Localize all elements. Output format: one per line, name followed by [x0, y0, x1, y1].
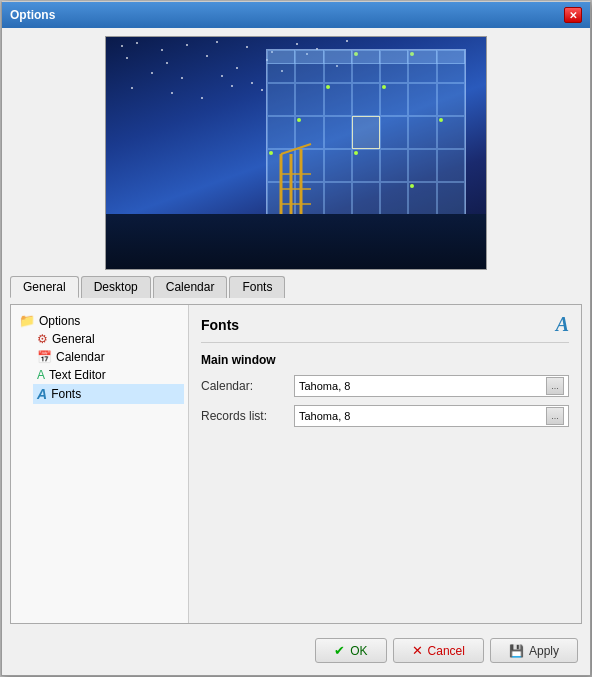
panel-font-icon: A — [556, 313, 569, 336]
records-list-font-value: Tahoma, 8 — [299, 410, 350, 422]
svg-line-1 — [281, 144, 311, 154]
calendar-cell — [380, 116, 408, 149]
apply-label: Apply — [529, 644, 559, 658]
cal-header-cell — [380, 50, 408, 63]
calendar-cell — [380, 149, 408, 182]
calendar-cell — [408, 83, 436, 116]
calendar-cell — [408, 116, 436, 149]
tree-root-options[interactable]: 📁 Options — [15, 311, 184, 330]
calendar-cell — [352, 149, 380, 182]
ok-label: OK — [350, 644, 367, 658]
calendar-cell — [295, 83, 323, 116]
calendar-cell — [437, 182, 465, 215]
ok-check-icon: ✔ — [334, 643, 345, 658]
bottom-bar: ✔ OK ✕ Cancel 💾 Apply — [10, 630, 582, 667]
cancel-label: Cancel — [428, 644, 465, 658]
sidebar-item-general[interactable]: ⚙ General — [33, 330, 184, 348]
calendar-font-row: Calendar: Tahoma, 8 ... — [201, 375, 569, 397]
calendar-cell — [380, 83, 408, 116]
sidebar-item-text-editor-label: Text Editor — [49, 368, 106, 382]
calendar-cell — [352, 83, 380, 116]
calendar-icon: 📅 — [37, 350, 52, 364]
sidebar-item-text-editor[interactable]: A Text Editor — [33, 366, 184, 384]
sidebar-item-calendar-label: Calendar — [56, 350, 105, 364]
options-window: Options ✕ — [1, 1, 591, 676]
text-editor-icon: A — [37, 368, 45, 382]
calendar-cell — [437, 83, 465, 116]
calendar-header — [267, 50, 465, 64]
calendar-cell — [324, 116, 352, 149]
cal-header-cell — [324, 50, 352, 63]
calendar-cell — [380, 182, 408, 215]
cal-header-cell — [352, 50, 380, 63]
sidebar-item-fonts[interactable]: A Fonts — [33, 384, 184, 404]
calendar-cell — [324, 182, 352, 215]
main-panel: Fonts A Main window Calendar: Tahoma, 8 … — [189, 305, 581, 623]
records-list-font-browse-button[interactable]: ... — [546, 407, 564, 425]
cal-header-cell — [267, 50, 295, 63]
font-icon: A — [37, 386, 47, 402]
panel-title: Fonts — [201, 317, 239, 333]
calendar-cell — [352, 116, 380, 149]
records-list-font-label: Records list: — [201, 409, 286, 423]
records-list-font-input: Tahoma, 8 ... — [294, 405, 569, 427]
content-area: 📁 Options ⚙ General 📅 Calendar A Text Ed… — [10, 304, 582, 624]
water-decoration — [106, 214, 486, 269]
calendar-font-browse-button[interactable]: ... — [546, 377, 564, 395]
calendar-cell — [352, 182, 380, 215]
gear-icon: ⚙ — [37, 332, 48, 346]
title-bar: Options ✕ — [2, 2, 590, 28]
window-title: Options — [10, 8, 55, 22]
browse-dots: ... — [551, 381, 559, 391]
calendar-cell — [408, 182, 436, 215]
calendar-cell — [324, 149, 352, 182]
cal-header-cell — [408, 50, 436, 63]
calendar-font-label: Calendar: — [201, 379, 286, 393]
cancel-x-icon: ✕ — [412, 643, 423, 658]
calendar-cell — [324, 83, 352, 116]
sidebar-item-fonts-label: Fonts — [51, 387, 81, 401]
tab-fonts[interactable]: Fonts — [229, 276, 285, 298]
tab-desktop[interactable]: Desktop — [81, 276, 151, 298]
calendar-font-value: Tahoma, 8 — [299, 380, 350, 392]
tree-root-label: Options — [39, 314, 80, 328]
panel-header: Fonts A — [201, 313, 569, 343]
calendar-font-input: Tahoma, 8 ... — [294, 375, 569, 397]
cal-header-cell — [295, 50, 323, 63]
sidebar: 📁 Options ⚙ General 📅 Calendar A Text Ed… — [11, 305, 189, 623]
sidebar-item-calendar[interactable]: 📅 Calendar — [33, 348, 184, 366]
calendar-cell — [437, 149, 465, 182]
section-title: Main window — [201, 353, 569, 367]
sidebar-item-general-label: General — [52, 332, 95, 346]
ok-button[interactable]: ✔ OK — [315, 638, 386, 663]
crane-decoration — [261, 134, 321, 214]
browse-dots-2: ... — [551, 411, 559, 421]
preview-image — [106, 37, 486, 269]
preview-area — [105, 36, 487, 270]
tab-calendar[interactable]: Calendar — [153, 276, 228, 298]
apply-button[interactable]: 💾 Apply — [490, 638, 578, 663]
tabs-row: General Desktop Calendar Fonts — [10, 276, 582, 298]
folder-icon: 📁 — [19, 313, 35, 328]
apply-save-icon: 💾 — [509, 644, 524, 658]
window-body: General Desktop Calendar Fonts 📁 Options… — [2, 28, 590, 675]
tree-children: ⚙ General 📅 Calendar A Text Editor A Fon… — [15, 330, 184, 404]
calendar-cell — [437, 116, 465, 149]
close-button[interactable]: ✕ — [564, 7, 582, 23]
tab-general[interactable]: General — [10, 276, 79, 298]
cancel-button[interactable]: ✕ Cancel — [393, 638, 484, 663]
cal-header-cell — [437, 50, 465, 63]
calendar-cell — [267, 83, 295, 116]
calendar-cell — [408, 149, 436, 182]
records-list-font-row: Records list: Tahoma, 8 ... — [201, 405, 569, 427]
